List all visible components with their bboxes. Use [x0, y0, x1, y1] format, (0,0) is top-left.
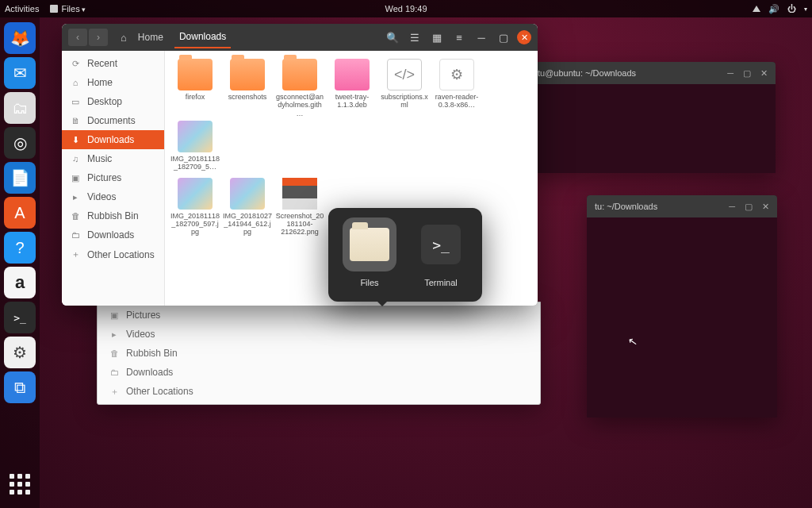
file-item[interactable]: Screenshot_20181104-212622.png [274, 178, 325, 237]
show-applications-button[interactable] [4, 468, 36, 500]
clock[interactable]: Wed 19:49 [385, 4, 427, 13]
terminal-window[interactable]: tu@ubuntu: ~/Downloads─▢✕ [530, 62, 776, 173]
dock-tweaks[interactable]: ⚙ [4, 337, 36, 368]
sidebar-item-label: Rubbish Bin [126, 348, 178, 359]
dock-thunderbird[interactable]: ✉ [4, 57, 36, 89]
sidebar-icon: 🗎 [70, 116, 81, 125]
terminal-titlebar[interactable]: tu@ubuntu: ~/Downloads─▢✕ [530, 62, 776, 84]
system-menu-chevron-icon[interactable]: ▾ [804, 6, 807, 13]
sidebar-item[interactable]: ▸Videos [98, 325, 207, 344]
sidebar-item-other-locations[interactable]: ＋Other Locations [62, 244, 164, 264]
sidebar-item-home[interactable]: ⌂Home [62, 73, 164, 92]
forward-button[interactable]: › [89, 29, 108, 46]
activities-button[interactable]: Activities [5, 4, 39, 13]
dock-screenshot[interactable]: ⧉ [4, 371, 36, 403]
back-button[interactable]: ‹ [68, 29, 87, 46]
breadcrumb-home[interactable]: Home [133, 27, 168, 48]
sidebar-icon: 🗀 [109, 367, 120, 378]
dock: 🦊✉🗂◎📄A?a>_⚙⧉ [0, 17, 40, 508]
sidebar-item[interactable]: 🗑Rubbish Bin [98, 344, 207, 363]
sidebar-item-rubbish-bin[interactable]: 🗑Rubbish Bin [62, 206, 164, 225]
hamburger-menu-icon[interactable]: ≡ [450, 29, 468, 46]
home-icon[interactable]: ⌂ [121, 32, 127, 44]
dock-libreoffice-writer[interactable]: 📄 [4, 162, 36, 194]
view-list-icon[interactable]: ☰ [406, 29, 423, 46]
dock-rhythmbox[interactable]: ◎ [4, 127, 36, 159]
app-icon: ⚙ [439, 59, 474, 90]
file-label: raven-reader-0.3.8-x86… [431, 93, 482, 110]
breadcrumb-current[interactable]: Downloads [174, 26, 231, 48]
file-item[interactable]: </>subscriptions.xml [379, 59, 430, 117]
sidebar-item-label: Recent [87, 58, 117, 69]
sidebar-item[interactable]: ＋Other Locations [98, 382, 207, 401]
sidebar-item-label: Rubbish Bin [87, 210, 139, 221]
switcher-item-terminal[interactable]: >_ Terminal [412, 217, 469, 287]
close-button[interactable]: ✕ [760, 68, 768, 79]
background-files-window[interactable]: snap ▣Pictures▸Videos🗑Rubbish Bin🗀Downlo… [97, 302, 541, 405]
close-button[interactable]: ✕ [517, 30, 531, 44]
minimize-button[interactable]: ─ [473, 29, 490, 46]
file-item[interactable]: tweet-tray-1.1.3.deb [327, 59, 377, 117]
sidebar-item-desktop[interactable]: ▭Desktop [62, 92, 164, 111]
dock-amazon[interactable]: a [4, 267, 36, 298]
terminal-titlebar[interactable]: tu: ~/Downloads─▢✕ [587, 195, 777, 217]
file-label: screenshots [222, 93, 273, 101]
sidebar-item-label: Videos [87, 191, 116, 202]
sidebar-icon: ⌂ [70, 78, 81, 87]
sidebar-item-label: Pictures [126, 310, 160, 321]
dock-firefox[interactable]: 🦊 [4, 22, 36, 54]
maximize-button[interactable]: ▢ [745, 202, 753, 212]
sidebar-item[interactable]: 🗀Downloads [98, 363, 207, 382]
minimize-button[interactable]: ─ [729, 202, 735, 212]
sidebar-item-downloads[interactable]: 🗀Downloads [62, 225, 164, 244]
sidebar-item-recent[interactable]: ⟳Recent [62, 54, 164, 73]
search-icon[interactable]: 🔍 [384, 29, 401, 46]
dock-files[interactable]: 🗂 [4, 92, 36, 124]
minimize-button[interactable]: ─ [727, 68, 733, 79]
files-app-icon [350, 228, 389, 261]
sidebar-item-downloads[interactable]: ⬇Downloads [62, 130, 164, 149]
shot-icon [282, 178, 317, 210]
file-item[interactable]: IMG_20181118_182709_597.jpg [170, 178, 220, 237]
terminal-window[interactable]: tu: ~/Downloads─▢✕ [587, 195, 777, 418]
sidebar-icon: ▭ [70, 97, 81, 107]
maximize-button[interactable]: ▢ [495, 29, 512, 46]
file-item[interactable]: IMG_20181027_141944_612.jpg [222, 178, 273, 237]
dock-help[interactable]: ? [4, 232, 36, 264]
sidebar-item-label: Documents [87, 115, 136, 126]
sidebar-item-documents[interactable]: 🗎Documents [62, 111, 164, 130]
file-label: tweet-tray-1.1.3.deb [327, 93, 377, 110]
close-button[interactable]: ✕ [762, 202, 769, 212]
switcher-item-files[interactable]: Files [341, 217, 398, 287]
sidebar-item-label: Downloads [87, 134, 134, 145]
file-item[interactable]: screenshots [222, 59, 273, 117]
file-item[interactable]: ⚙raven-reader-0.3.8-x86… [431, 59, 482, 117]
maximize-button[interactable]: ▢ [743, 68, 751, 79]
sidebar-item[interactable]: ▣Pictures [98, 306, 207, 325]
switcher-label: Terminal [412, 278, 469, 287]
folder-icon [230, 59, 265, 90]
sidebar-item-label: Desktop [87, 96, 122, 107]
sidebar-item-music[interactable]: ♫Music [62, 149, 164, 168]
file-item[interactable]: firefox [170, 59, 220, 117]
app-menu[interactable]: Files [61, 4, 86, 13]
app-switcher[interactable]: Files >_ Terminal [328, 208, 482, 302]
dock-terminal[interactable]: >_ [4, 302, 36, 333]
dock-ubuntu-software[interactable]: A [4, 197, 36, 229]
file-item[interactable]: gsconnect@andyholmes.gith… [274, 59, 325, 117]
sidebar-item-label: Videos [126, 329, 155, 340]
sidebar-item-label: Other Locations [87, 249, 155, 260]
sidebar-icon: ♫ [70, 154, 81, 164]
sidebar-item-videos[interactable]: ▸Videos [62, 187, 164, 206]
file-label: IMG_20181027_141944_612.jpg [222, 212, 273, 237]
file-label: Screenshot_20181104-212622.png [274, 212, 325, 237]
view-grid-icon[interactable]: ▦ [428, 29, 446, 46]
power-icon[interactable]: ⏻ [787, 4, 796, 13]
sidebar-item-pictures[interactable]: ▣Pictures [62, 168, 164, 187]
volume-icon[interactable]: 🔊 [768, 4, 779, 14]
file-item[interactable]: IMG_20181118_182709_5… [170, 121, 220, 171]
sidebar-item-label: Home [87, 77, 113, 88]
network-icon[interactable] [753, 6, 760, 12]
sidebar-icon: 🗑 [70, 211, 81, 221]
breadcrumb: ⌂ Home Downloads [121, 26, 231, 48]
